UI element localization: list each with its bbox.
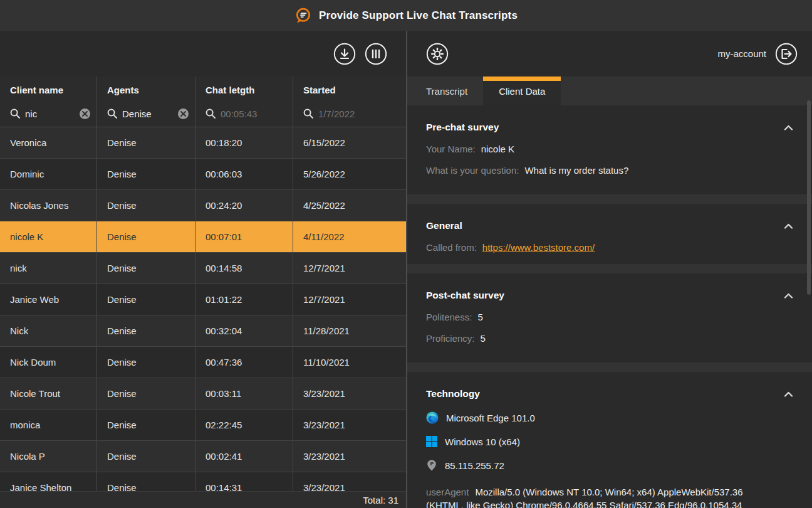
cell-chat-length: 00:02:41 (195, 441, 293, 472)
field-label: Called from: (426, 242, 477, 253)
column-chat-length: Chat letgth (195, 77, 293, 127)
close-icon (180, 111, 186, 117)
column-client-name: Client name (0, 77, 97, 127)
table-row[interactable]: Veronica Denise 00:18:20 6/15/2022 (0, 127, 406, 159)
cell-chat-length: 00:32:04 (195, 315, 293, 346)
collapse-section-button[interactable] (783, 390, 794, 398)
settings-button[interactable] (426, 43, 449, 65)
cell-agent: Denise (97, 190, 195, 221)
user-agent-label: userAgent (426, 487, 469, 497)
cell-agent: Denise (97, 284, 195, 315)
collapse-section-button[interactable] (783, 124, 794, 132)
column-header-agents[interactable]: Agents (107, 85, 189, 95)
table-row[interactable]: nick Denise 00:14:58 12/7/2021 (0, 253, 406, 284)
os-value: Windows 10 (x64) (445, 437, 520, 447)
scrollbar-thumb[interactable] (807, 100, 811, 295)
client-name-filter-input[interactable] (25, 108, 75, 119)
clear-agents-filter-button[interactable] (178, 108, 189, 119)
tab-client-data[interactable]: Client Data (483, 77, 561, 105)
detail-panel: my-account Transcript Client Data (407, 31, 812, 508)
client-data-content: Pre-chat survey Your Name: nicole K What… (407, 105, 812, 508)
field-label: Politeness: (426, 312, 472, 322)
cell-client-name: Dominic (0, 159, 97, 189)
field-label: Proficiency: (426, 333, 475, 344)
close-icon (82, 111, 88, 117)
cell-agent: Denise (97, 253, 195, 283)
section-general: General Called from: https://www.beststo… (407, 204, 812, 264)
cell-started: 3/23/2021 (293, 410, 406, 440)
field-value: nicole K (481, 144, 514, 154)
windows-os-icon (426, 436, 437, 447)
user-agent-value: Mozilla/5.0 (Windows NT 10.0; Win64; x64… (426, 487, 743, 508)
column-header-started[interactable]: Started (303, 85, 406, 95)
cell-client-name: Janice Web (0, 284, 97, 315)
download-button[interactable] (333, 43, 356, 65)
cell-chat-length: 00:03:11 (195, 378, 293, 409)
section-pre-chat-survey: Pre-chat survey Your Name: nicole K What… (407, 105, 812, 194)
field-value: What is my order status? (524, 165, 628, 176)
cell-chat-length: 00:06:03 (195, 159, 293, 189)
chevron-up-icon (784, 391, 793, 397)
field-value: 5 (481, 333, 486, 344)
ip-value: 85.115.255.72 (445, 460, 504, 471)
user-agent-row: userAgentMozilla/5.0 (Windows NT 10.0; W… (426, 485, 764, 508)
cell-started: 4/25/2022 (293, 190, 406, 221)
table-body: Veronica Denise 00:18:20 6/15/2022 Domin… (0, 127, 406, 504)
table-row[interactable]: Dominic Denise 00:06:03 5/26/2022 (0, 159, 406, 190)
field-value: 5 (477, 312, 482, 322)
field-label: What is your question: (426, 165, 519, 176)
cell-client-name: Nick (0, 315, 97, 346)
cell-client-name: Veronica (0, 127, 97, 158)
table-row[interactable]: nicole K Denise 00:07:01 4/11/2022 (0, 221, 406, 253)
column-header-client-name[interactable]: Client name (10, 85, 90, 95)
cell-agent: Denise (97, 441, 195, 472)
collapse-section-button[interactable] (783, 292, 794, 300)
section-technology: Technology (407, 372, 812, 508)
table-footer: Total: 31 (0, 491, 406, 508)
table-row[interactable]: Janice Web Denise 01:01:22 12/7/2021 (0, 284, 406, 315)
cell-agent: Denise (97, 315, 195, 346)
collapse-section-button[interactable] (783, 222, 794, 230)
search-icon (303, 108, 313, 119)
table-row[interactable]: Nicole Trout Denise 00:03:11 3/23/2021 (0, 378, 406, 410)
table-row[interactable]: Nick Doum Denise 00:47:36 11/10/2021 (0, 347, 406, 378)
table-row[interactable]: monica Denise 02:22:45 3/23/2021 (0, 410, 406, 441)
cell-started: 11/28/2021 (293, 315, 406, 346)
total-count: Total: 31 (363, 495, 398, 505)
field-label: Your Name: (426, 144, 476, 154)
cell-started: 12/7/2021 (293, 284, 406, 315)
cell-agent: Denise (97, 221, 195, 252)
chevron-up-icon (784, 125, 793, 130)
cell-client-name: nicole K (0, 221, 97, 252)
table-row[interactable]: Nicolas Jones Denise 00:24:20 4/25/2022 (0, 190, 406, 221)
search-icon (10, 108, 20, 119)
left-toolbar (0, 31, 406, 77)
logout-button[interactable] (775, 43, 798, 65)
edge-browser-icon (426, 411, 439, 424)
download-icon (333, 43, 356, 65)
agents-filter-input[interactable] (122, 108, 173, 119)
table-row[interactable]: Nicola P Denise 00:02:41 3/23/2021 (0, 441, 406, 472)
called-from-link[interactable]: https://www.beststore.com/ (482, 242, 595, 253)
cell-started: 12/7/2021 (293, 253, 406, 283)
tab-transcript[interactable]: Transcript (410, 77, 483, 105)
cell-started: 11/10/2021 (293, 347, 406, 378)
search-icon (107, 108, 117, 119)
table-row[interactable]: Nick Denise 00:32:04 11/28/2021 (0, 315, 406, 347)
columns-settings-button[interactable] (365, 43, 387, 65)
cell-started: 4/11/2022 (293, 221, 406, 252)
clear-client-name-filter-button[interactable] (80, 108, 90, 119)
account-label: my-account (717, 48, 766, 59)
os-row: Windows 10 (x64) (426, 436, 794, 447)
cell-client-name: monica (0, 410, 97, 440)
section-title: Pre-chat survey (426, 122, 499, 133)
column-header-chat-length[interactable]: Chat letgth (206, 85, 286, 95)
section-title: General (426, 220, 462, 231)
started-date-filter-input[interactable] (318, 108, 406, 119)
chat-length-filter-input[interactable] (221, 108, 286, 119)
cell-chat-length: 00:18:20 (195, 127, 293, 158)
cell-chat-length: 00:14:58 (195, 253, 293, 283)
column-started: Started (293, 77, 406, 127)
ip-address-icon: IP (426, 459, 437, 472)
section-title: Post-chat survey (426, 290, 504, 301)
